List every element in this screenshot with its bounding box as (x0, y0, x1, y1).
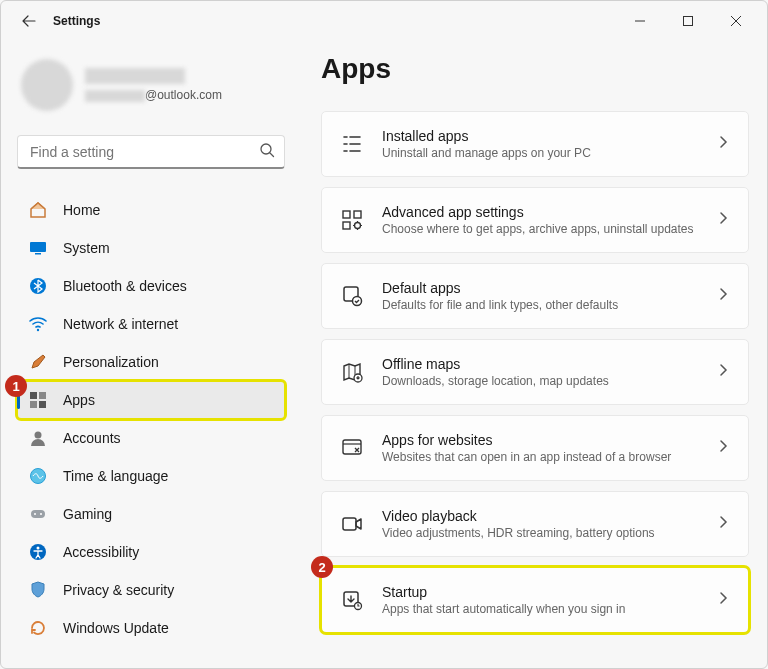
nav-label: Privacy & security (63, 582, 174, 598)
sidebar: @outlook.com Home System Bluetooth & dev… (1, 41, 297, 668)
nav: Home System Bluetooth & devices Network … (17, 191, 285, 647)
nav-label: Accessibility (63, 544, 139, 560)
window-title: Settings (53, 14, 100, 28)
card-subtitle: Choose where to get apps, archive apps, … (382, 222, 716, 236)
nav-label: Apps (63, 392, 95, 408)
card-title: Installed apps (382, 128, 716, 144)
back-arrow-icon (21, 13, 37, 29)
card-startup[interactable]: Startup Apps that start automatically wh… (321, 567, 749, 633)
search-wrap (17, 135, 285, 169)
network-icon (27, 313, 49, 335)
callout-2: 2 (311, 556, 333, 578)
nav-label: Personalization (63, 354, 159, 370)
svg-point-1 (261, 144, 271, 154)
nav-gaming[interactable]: Gaming (17, 495, 285, 533)
nav-network[interactable]: Network & internet (17, 305, 285, 343)
nav-label: Gaming (63, 506, 112, 522)
card-subtitle: Downloads, storage location, map updates (382, 374, 716, 388)
default-apps-icon (340, 284, 364, 308)
card-video-playback[interactable]: Video playback Video adjustments, HDR st… (321, 491, 749, 557)
close-button[interactable] (713, 5, 759, 37)
svg-rect-8 (30, 401, 37, 408)
svg-point-10 (35, 432, 42, 439)
card-title: Offline maps (382, 356, 716, 372)
chevron-right-icon (716, 211, 730, 229)
nav-privacy[interactable]: Privacy & security (17, 571, 285, 609)
chevron-right-icon (716, 287, 730, 305)
svg-point-16 (37, 547, 40, 550)
chevron-right-icon (716, 439, 730, 457)
nav-system[interactable]: System (17, 229, 285, 267)
card-list: Installed apps Uninstall and manage apps… (321, 111, 749, 633)
time-icon (27, 465, 49, 487)
profile-email: @outlook.com (85, 88, 222, 102)
svg-point-22 (353, 297, 362, 306)
installed-apps-icon (340, 132, 364, 156)
nav-label: Bluetooth & devices (63, 278, 187, 294)
titlebar: Settings (1, 1, 767, 41)
svg-rect-25 (343, 518, 356, 530)
close-icon (731, 16, 741, 26)
card-offline-maps[interactable]: Offline maps Downloads, storage location… (321, 339, 749, 405)
svg-point-20 (355, 223, 361, 229)
svg-rect-17 (343, 211, 350, 218)
bluetooth-icon (27, 275, 49, 297)
accessibility-icon (27, 541, 49, 563)
card-apps-for-websites[interactable]: Apps for websites Websites that can open… (321, 415, 749, 481)
nav-label: Windows Update (63, 620, 169, 636)
search-icon (259, 142, 275, 162)
page-title: Apps (321, 53, 749, 85)
svg-rect-19 (343, 222, 350, 229)
card-title: Startup (382, 584, 716, 600)
nav-update[interactable]: Windows Update (17, 609, 285, 647)
profile[interactable]: @outlook.com (17, 51, 285, 129)
callout-1: 1 (5, 375, 27, 397)
card-title: Video playback (382, 508, 716, 524)
maximize-button[interactable] (665, 5, 711, 37)
chevron-right-icon (716, 515, 730, 533)
card-subtitle: Websites that can open in an app instead… (382, 450, 716, 464)
window-controls (617, 5, 759, 37)
gaming-icon (27, 503, 49, 525)
search-input[interactable] (17, 135, 285, 169)
card-advanced-settings[interactable]: Advanced app settings Choose where to ge… (321, 187, 749, 253)
nav-label: Accounts (63, 430, 121, 446)
apps-websites-icon (340, 436, 364, 460)
nav-time[interactable]: Time & language (17, 457, 285, 495)
svg-rect-7 (39, 392, 46, 399)
nav-label: Home (63, 202, 100, 218)
offline-maps-icon (340, 360, 364, 384)
svg-rect-12 (31, 510, 45, 518)
svg-rect-2 (30, 242, 46, 252)
nav-accounts[interactable]: Accounts (17, 419, 285, 457)
svg-point-13 (34, 513, 36, 515)
nav-bluetooth[interactable]: Bluetooth & devices (17, 267, 285, 305)
advanced-settings-icon (340, 208, 364, 232)
nav-label: Time & language (63, 468, 168, 484)
nav-apps[interactable]: Apps (17, 381, 285, 419)
nav-personalization[interactable]: Personalization (17, 343, 285, 381)
card-installed-apps[interactable]: Installed apps Uninstall and manage apps… (321, 111, 749, 177)
main-content: Apps Installed apps Uninstall and manage… (297, 41, 767, 668)
avatar (21, 59, 73, 111)
card-subtitle: Video adjustments, HDR streaming, batter… (382, 526, 716, 540)
svg-rect-9 (39, 401, 46, 408)
minimize-button[interactable] (617, 5, 663, 37)
startup-icon (340, 588, 364, 612)
card-title: Advanced app settings (382, 204, 716, 220)
system-icon (27, 237, 49, 259)
card-default-apps[interactable]: Default apps Defaults for file and link … (321, 263, 749, 329)
nav-accessibility[interactable]: Accessibility (17, 533, 285, 571)
card-subtitle: Uninstall and manage apps on your PC (382, 146, 716, 160)
svg-rect-18 (354, 211, 361, 218)
back-button[interactable] (17, 9, 41, 33)
profile-name-redacted (85, 68, 185, 84)
card-subtitle: Defaults for file and link types, other … (382, 298, 716, 312)
nav-home[interactable]: Home (17, 191, 285, 229)
privacy-icon (27, 579, 49, 601)
minimize-icon (635, 16, 645, 26)
video-icon (340, 512, 364, 536)
svg-point-5 (37, 329, 39, 331)
nav-label: System (63, 240, 110, 256)
update-icon (27, 617, 49, 639)
